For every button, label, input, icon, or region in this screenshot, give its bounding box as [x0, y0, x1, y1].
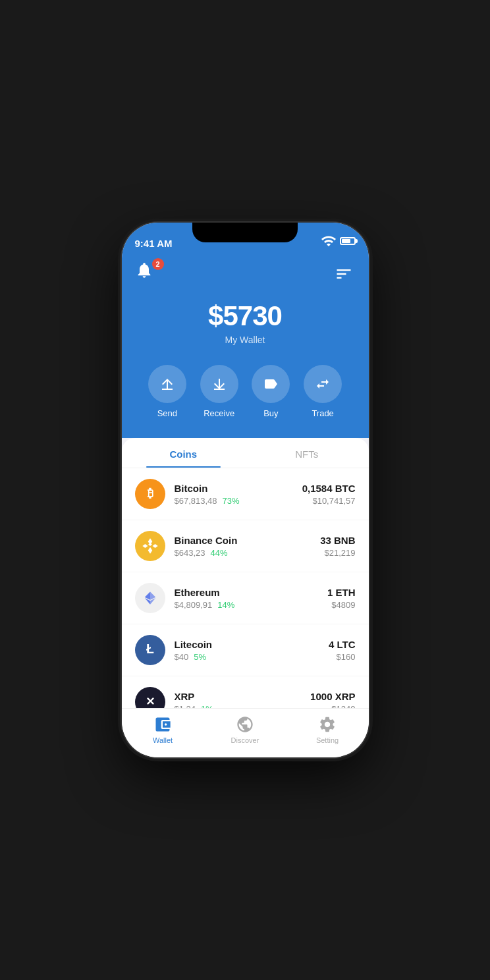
send-button[interactable]: Send [148, 365, 186, 418]
ltc-name: Litecoin [175, 639, 329, 650]
battery-icon [340, 237, 356, 245]
bnb-amount: 33 BNB [320, 535, 355, 546]
bnb-name: Binance Coin [175, 535, 321, 546]
svg-text:Ł: Ł [146, 641, 154, 656]
btc-value: $10,741,57 [302, 496, 356, 506]
trade-label: Trade [312, 408, 333, 418]
nav-wallet[interactable]: Wallet [122, 715, 204, 744]
notification-badge: 2 [152, 258, 164, 270]
bnb-price: $643,23 [175, 548, 205, 558]
balance-amount: $5730 [135, 300, 356, 332]
discover-nav-label: Discover [231, 736, 259, 744]
header: 2 $5730 My Wallet [122, 254, 369, 438]
tab-nfts[interactable]: NFTs [245, 438, 369, 468]
btc-info: Bitcoin $67,813,48 73% [175, 483, 302, 506]
buy-label: Buy [263, 408, 278, 418]
btc-holdings: 0,1584 BTC $10,741,57 [302, 483, 356, 506]
buy-icon [263, 376, 279, 392]
svg-text:✕: ✕ [146, 695, 155, 708]
eth-change: 14% [217, 600, 234, 610]
send-icon [159, 376, 175, 392]
ltc-info: Litecoin $40 5% [175, 639, 329, 662]
ltc-value: $160 [329, 652, 356, 662]
bnb-info: Binance Coin $643,23 44% [175, 535, 321, 558]
bell-icon [135, 261, 153, 279]
buy-button[interactable]: Buy [252, 365, 290, 418]
eth-info: Ethereum $4,809,91 14% [175, 587, 327, 610]
eth-value: $4809 [327, 600, 356, 610]
wallet-nav-label: Wallet [153, 736, 173, 744]
status-icons [321, 233, 356, 249]
tab-coins[interactable]: Coins [122, 438, 246, 468]
wifi-icon [321, 233, 337, 249]
send-label: Send [157, 408, 177, 418]
coin-item-btc[interactable]: ₿ Bitcoin $67,813,48 73% 0,1584 BTC [122, 468, 369, 520]
receive-icon [211, 376, 227, 392]
xrp-name: XRP [175, 691, 311, 702]
xrp-logo: ✕ [135, 687, 165, 708]
xrp-info: XRP $1,24 1% [175, 691, 311, 709]
svg-marker-6 [148, 547, 152, 554]
setting-nav-icon [318, 715, 337, 734]
receive-button[interactable]: Receive [200, 365, 238, 418]
svg-marker-4 [142, 544, 148, 548]
ltc-holdings: 4 LTC $160 [329, 639, 356, 662]
balance-section: $5730 My Wallet [135, 300, 356, 345]
coin-item-ltc[interactable]: Ł Litecoin $40 5% 4 LTC $160 [122, 624, 369, 676]
svg-marker-7 [148, 543, 152, 546]
bnb-logo [135, 531, 165, 561]
btc-change: 73% [223, 496, 240, 506]
ltc-logo: Ł [135, 635, 165, 665]
trade-icon [315, 376, 331, 392]
btc-logo: ₿ [135, 479, 165, 509]
coin-list: ₿ Bitcoin $67,813,48 73% 0,1584 BTC [122, 468, 369, 708]
coin-item-eth[interactable]: Ethereum $4,809,91 14% 1 ETH $4809 [122, 572, 369, 624]
ltc-change: 5% [194, 652, 206, 662]
eth-price: $4,809,91 [175, 600, 213, 610]
btc-amount: 0,1584 BTC [302, 483, 356, 494]
btc-name: Bitcoin [175, 483, 302, 494]
action-buttons: Send Receive [135, 365, 356, 418]
main-content: Coins NFTs ₿ Bitcoin [122, 438, 369, 708]
receive-label: Receive [204, 408, 234, 418]
xrp-holdings: 1000 XRP $1240 [310, 691, 355, 709]
ltc-amount: 4 LTC [329, 639, 356, 650]
notification-button[interactable]: 2 [135, 261, 161, 287]
bnb-value: $21,219 [320, 548, 355, 558]
nav-setting[interactable]: Setting [286, 715, 369, 744]
btc-price: $67,813,48 [175, 496, 217, 506]
status-time: 9:41 AM [135, 238, 173, 249]
trade-button[interactable]: Trade [304, 365, 342, 418]
ltc-price: $40 [175, 652, 189, 662]
wallet-nav-icon [153, 715, 172, 734]
nav-discover[interactable]: Discover [204, 715, 286, 744]
eth-amount: 1 ETH [327, 587, 356, 598]
tabs: Coins NFTs [122, 438, 369, 468]
setting-nav-label: Setting [316, 736, 339, 744]
svg-marker-5 [152, 544, 157, 548]
eth-logo [135, 583, 165, 613]
coin-item-xrp[interactable]: ✕ XRP $1,24 1% 1000 XRP $1240 [122, 676, 369, 708]
discover-nav-icon [236, 715, 254, 734]
coin-item-bnb[interactable]: Binance Coin $643,23 44% 33 BNB $21,219 [122, 520, 369, 572]
xrp-amount: 1000 XRP [310, 691, 355, 702]
bnb-holdings: 33 BNB $21,219 [320, 535, 355, 558]
balance-label: My Wallet [135, 335, 356, 345]
bottom-nav: Wallet Discover Setting [122, 708, 369, 757]
filter-button[interactable] [332, 262, 356, 286]
eth-holdings: 1 ETH $4809 [327, 587, 356, 610]
eth-name: Ethereum [175, 587, 327, 598]
svg-text:₿: ₿ [147, 487, 153, 500]
bnb-change: 44% [211, 548, 228, 558]
filter-icon [335, 265, 353, 283]
